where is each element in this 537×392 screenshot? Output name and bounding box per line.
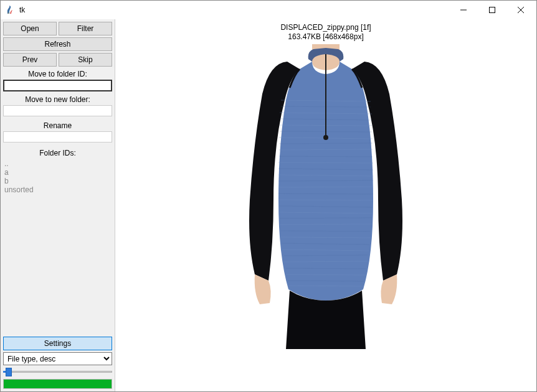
- sidebar: Open Filter Refresh Prev Skip Move to fo…: [1, 19, 115, 391]
- window-title: tk: [19, 6, 25, 14]
- svg-point-37: [323, 135, 328, 140]
- move-new-input[interactable]: [3, 105, 112, 116]
- skip-button[interactable]: Skip: [59, 53, 112, 67]
- list-item[interactable]: unsorted: [4, 185, 111, 194]
- rename-input[interactable]: [3, 131, 112, 142]
- refresh-button[interactable]: Refresh: [3, 37, 112, 51]
- settings-button[interactable]: Settings: [3, 337, 112, 350]
- preview-image: [232, 44, 419, 349]
- move-id-input[interactable]: [3, 80, 112, 91]
- move-new-label: Move to new folder:: [3, 94, 112, 105]
- list-item[interactable]: a: [4, 168, 111, 177]
- move-id-label: Move to folder ID:: [3, 68, 112, 80]
- app-icon: [6, 5, 16, 15]
- rename-label: Rename: [3, 120, 112, 131]
- maximize-button[interactable]: [478, 1, 506, 19]
- list-item[interactable]: b: [4, 177, 111, 185]
- sort-select[interactable]: File type, desc: [3, 352, 112, 365]
- main-pane: DISPLACED_zippy.png [1f] 163.47KB [468x4…: [115, 19, 536, 391]
- prev-button[interactable]: Prev: [3, 53, 57, 67]
- title-bar: tk: [1, 1, 536, 19]
- folder-list[interactable]: .. a b unsorted: [3, 159, 112, 337]
- progress-bar: [3, 379, 112, 389]
- filter-button[interactable]: Filter: [59, 22, 112, 35]
- close-button[interactable]: [506, 1, 535, 19]
- minimize-button[interactable]: [449, 1, 478, 19]
- list-item[interactable]: ..: [4, 159, 111, 168]
- open-button[interactable]: Open: [3, 22, 57, 35]
- zoom-slider[interactable]: [3, 367, 112, 377]
- svg-rect-1: [490, 7, 495, 13]
- image-dimensions: 163.47KB [468x468px]: [115, 32, 536, 42]
- image-filename: DISPLACED_zippy.png [1f]: [115, 23, 536, 32]
- image-info: DISPLACED_zippy.png [1f] 163.47KB [468x4…: [115, 19, 536, 42]
- folder-ids-label: Folder IDs:: [3, 147, 112, 159]
